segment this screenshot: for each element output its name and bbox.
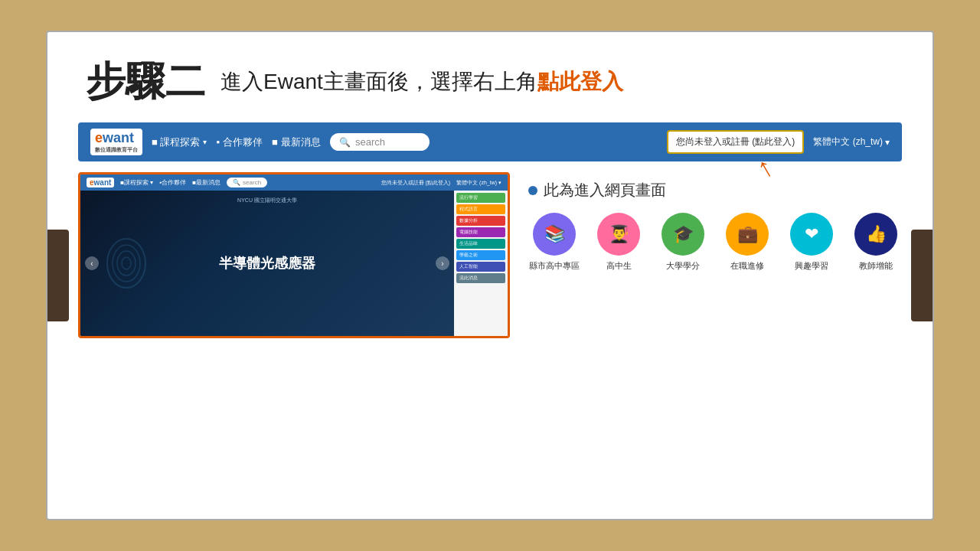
ss-sidebar-item-8: 流此消息 bbox=[456, 273, 505, 283]
webpage-note-text: 此為進入網頁畫面 bbox=[544, 180, 666, 201]
ss-lang-text: 繁體中文 (zh_tw) ▾ bbox=[456, 179, 501, 187]
ewant-logo: ewant 數位通識教育平台 bbox=[90, 129, 142, 155]
ss-search-box: 🔍 search bbox=[227, 178, 267, 187]
cat-item-2: 👨‍🎓 高中生 bbox=[593, 213, 645, 272]
ss-sidebar-item-6: 學藝之術 bbox=[456, 250, 505, 260]
ss-nav-courses: ■課程探索 ▾ bbox=[120, 178, 153, 187]
screenshot-sidebar: 流行學習 程式語言 數據分析 電腦技能 生活品味 學藝之術 人工智能 流此消息 bbox=[454, 191, 508, 336]
screenshot-body: NYCU 國立陽明交通大學 ‹ 半導體光感應器 › 流行學習 程式語言 數 bbox=[80, 191, 508, 336]
ss-nav-partners: ▪合作夥伴 bbox=[159, 178, 186, 187]
cat-item-4: 💼 在職進修 bbox=[721, 213, 773, 272]
ss-sidebar-item-5: 生活品味 bbox=[456, 239, 505, 249]
cat-item-5: ❤ 興趣學習 bbox=[786, 213, 838, 272]
nav-item-news[interactable]: ■ 最新消息 bbox=[272, 135, 321, 149]
lang-arrow-icon: ▾ bbox=[885, 137, 890, 148]
cat-label-2: 高中生 bbox=[606, 260, 632, 272]
ss-banner-subtitle: NYCU 國立陽明交通大學 bbox=[237, 197, 297, 204]
cat-label-1: 縣市高中專區 bbox=[529, 260, 580, 272]
cat-circle-5: ❤ bbox=[790, 213, 833, 256]
search-text: search bbox=[355, 136, 385, 148]
cat-item-1: 📚 縣市高中專區 bbox=[528, 213, 580, 272]
right-decorative-bar bbox=[911, 230, 933, 321]
main-content-row: ewant ■課程探索 ▾ ▪合作夥伴 ■最新消息 🔍 search 您尚未登入… bbox=[78, 172, 902, 338]
cat-circle-4: 💼 bbox=[726, 213, 769, 256]
cat-circle-3: 🎓 bbox=[662, 213, 704, 256]
lang-selector[interactable]: 繁體中文 (zh_tw) ▾ bbox=[813, 135, 890, 148]
ss-sidebar-item-4: 電腦技能 bbox=[456, 227, 505, 237]
cat-item-6: 👍 教師增能 bbox=[850, 213, 902, 272]
ss-nav-news: ■最新消息 bbox=[192, 178, 220, 187]
step-description: 進入Ewant主畫面後，選擇右上角點此登入 bbox=[220, 67, 623, 96]
logo-e: e bbox=[95, 130, 103, 145]
nav-item-courses[interactable]: ■ 課程探索 ▾ bbox=[152, 135, 207, 149]
screenshot-banner: NYCU 國立陽明交通大學 ‹ 半導體光感應器 › bbox=[80, 191, 454, 336]
logo-subtitle: 數位通識教育平台 bbox=[95, 146, 138, 154]
nav-courses-label: ■ 課程探索 bbox=[152, 135, 200, 149]
ss-banner-title: 半導體光感應器 bbox=[219, 254, 315, 272]
right-panel: 此為進入網頁畫面 📚 縣市高中專區 👨‍🎓 高中生 🎓 大學學分 💼 在職進 bbox=[528, 172, 902, 272]
screenshot-preview: ewant ■課程探索 ▾ ▪合作夥伴 ■最新消息 🔍 search 您尚未登入… bbox=[78, 172, 510, 338]
search-icon: 🔍 bbox=[339, 137, 351, 148]
ss-logo-want: want bbox=[94, 178, 112, 187]
ss-search-text: search bbox=[243, 179, 261, 186]
ss-sidebar-item-1: 流行學習 bbox=[456, 193, 505, 203]
logo-want: want bbox=[103, 130, 134, 145]
cat-label-3: 大學學分 bbox=[666, 260, 700, 272]
nav-partners-icon: ▪ bbox=[216, 136, 220, 148]
nav-item-partners[interactable]: ▪ 合作夥伴 bbox=[216, 135, 263, 149]
nav-news-icon: ■ bbox=[272, 136, 278, 148]
description-text: 進入Ewant主畫面後，選擇右上角 bbox=[220, 70, 537, 93]
fingerprint-icon bbox=[103, 233, 149, 294]
ewant-navbar: ewant 數位通識教育平台 ■ 課程探索 ▾ ▪ 合作夥伴 ■ 最新消息 🔍 … bbox=[78, 122, 902, 161]
ss-prev-button[interactable]: ‹ bbox=[85, 256, 99, 270]
cat-label-6: 教師增能 bbox=[859, 260, 893, 272]
description-highlight: 點此登入 bbox=[537, 70, 623, 93]
cat-circle-6: 👍 bbox=[854, 213, 897, 256]
cat-circle-1: 📚 bbox=[533, 213, 576, 256]
cat-item-3: 🎓 大學學分 bbox=[657, 213, 709, 272]
ss-logo: ewant bbox=[87, 178, 114, 187]
svg-point-2 bbox=[117, 251, 136, 276]
bullet-icon bbox=[528, 186, 537, 195]
ss-login-text: 您尚未登入或註冊 (點此登入) bbox=[381, 179, 451, 187]
step-number: 步驟二 bbox=[86, 55, 205, 109]
search-box[interactable]: 🔍 search bbox=[330, 133, 430, 151]
cat-label-5: 興趣學習 bbox=[795, 260, 828, 272]
cat-circle-2: 👨‍🎓 bbox=[597, 213, 640, 256]
category-icons: 📚 縣市高中專區 👨‍🎓 高中生 🎓 大學學分 💼 在職進修 ❤ bbox=[528, 213, 902, 272]
slide-container: 步驟二 進入Ewant主畫面後，選擇右上角點此登入 ewant 數位通識教育平台… bbox=[46, 31, 934, 520]
ss-search-icon: 🔍 bbox=[233, 179, 240, 186]
ss-next-button[interactable]: › bbox=[436, 256, 449, 270]
ss-sidebar-item-3: 數據分析 bbox=[456, 216, 505, 226]
left-decorative-bar bbox=[47, 230, 69, 321]
step-header: 步驟二 進入Ewant主畫面後，選擇右上角點此登入 bbox=[86, 55, 902, 109]
webpage-note: 此為進入網頁畫面 bbox=[528, 180, 902, 201]
svg-point-3 bbox=[122, 257, 131, 269]
cat-label-4: 在職進修 bbox=[730, 260, 764, 272]
screenshot-navbar: ewant ■課程探索 ▾ ▪合作夥伴 ■最新消息 🔍 search 您尚未登入… bbox=[80, 174, 508, 191]
ss-sidebar-item-7: 人工智能 bbox=[456, 262, 505, 272]
nav-courses-arrow: ▾ bbox=[203, 138, 207, 146]
lang-label: 繁體中文 (zh_tw) bbox=[813, 135, 883, 148]
nav-partners-label: 合作夥伴 bbox=[223, 135, 263, 149]
login-button[interactable]: 您尚未登入或註冊 (點此登入) bbox=[667, 130, 804, 154]
ss-sidebar-item-2: 程式語言 bbox=[456, 204, 505, 214]
nav-news-label: 最新消息 bbox=[281, 135, 321, 149]
